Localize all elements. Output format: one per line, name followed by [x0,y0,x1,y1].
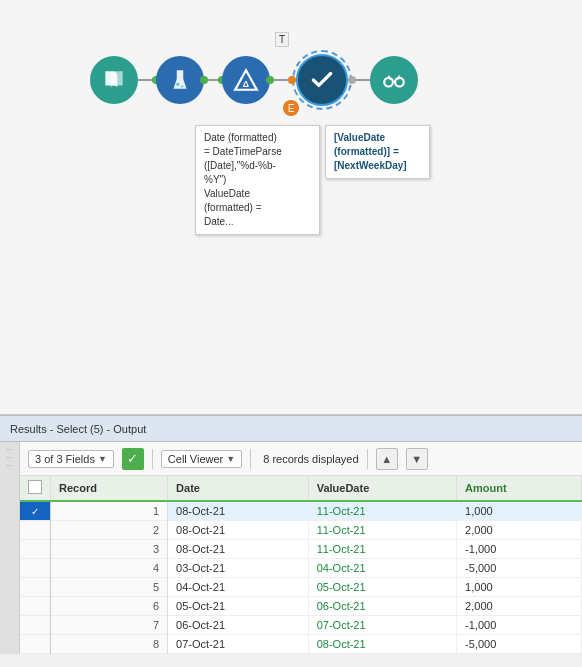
row-selector[interactable] [20,540,51,559]
cell-amount: -5,000 [457,635,582,654]
th-valuedate: ValueDate [308,476,456,501]
node-book[interactable] [90,56,138,104]
table-row[interactable]: 504-Oct-2105-Oct-211,000 [20,578,582,597]
svg-point-4 [384,78,393,87]
results-panel: Results - Select (5) - Output ········· … [0,415,582,654]
connector-dot-2a [200,76,208,84]
confirm-button[interactable]: ✓ [122,448,144,470]
tooltip-left-text: Date (formatted)= DateTimeParse([Date],"… [204,132,282,227]
cell-date: 07-Oct-21 [168,635,309,654]
cell-record: 6 [51,597,168,616]
node-select-wrapper [292,50,370,110]
nav-down-button[interactable]: ▼ [406,448,428,470]
cell-record: 1 [51,501,168,521]
connector-2 [204,79,222,81]
viewer-dropdown-icon: ▼ [226,454,235,464]
node-browse[interactable] [370,56,418,104]
cell-date: 06-Oct-21 [168,616,309,635]
tooltip-formula-left: Date (formatted)= DateTimeParse([Date],"… [195,125,320,235]
results-header: Results - Select (5) - Output [0,416,582,442]
data-table: Record Date ValueDate Amount ✓108-Oct-21… [20,476,582,654]
toolbar-separator-1 [152,449,153,469]
nav-up-button[interactable]: ▲ [376,448,398,470]
svg-point-5 [395,78,404,87]
tooltip-formula-right: [ValueDate(formatted)] =[NextWeekDay] [325,125,430,179]
cell-record: 4 [51,559,168,578]
cell-valuedate: 11-Oct-21 [308,521,456,540]
connector-1 [138,79,156,81]
table-row[interactable]: 706-Oct-2107-Oct-21-1,000 [20,616,582,635]
connector-dot-4 [348,76,356,84]
cell-date: 08-Oct-21 [168,521,309,540]
row-selector[interactable] [20,521,51,540]
data-table-container: Record Date ValueDate Amount ✓108-Oct-21… [20,476,582,654]
node-flask-wrapper [156,56,222,104]
table-body: ✓108-Oct-2111-Oct-211,000208-Oct-2111-Oc… [20,501,582,654]
workflow-canvas: Δ T E [0,0,582,415]
svg-point-1 [181,85,183,87]
node-flask[interactable] [156,56,204,104]
cell-record: 3 [51,540,168,559]
th-amount: Amount [457,476,582,501]
cell-date: 08-Oct-21 [168,540,309,559]
table-row[interactable]: 605-Oct-2106-Oct-212,000 [20,597,582,616]
node-browse-wrapper [370,56,418,104]
cell-valuedate: 06-Oct-21 [308,597,456,616]
connector-4 [352,79,370,81]
cell-record: 5 [51,578,168,597]
table-header-row: Record Date ValueDate Amount [20,476,582,501]
table-row[interactable]: ✓108-Oct-2111-Oct-211,000 [20,501,582,521]
results-title: Results - Select (5) - Output [10,423,146,435]
table-row[interactable]: 308-Oct-2111-Oct-21-1,000 [20,540,582,559]
cell-date: 03-Oct-21 [168,559,309,578]
table-row[interactable]: 403-Oct-2104-Oct-21-5,000 [20,559,582,578]
results-body: ········· 3 of 3 Fields ▼ ✓ Cell Viewer … [0,442,582,654]
toolbar-separator-3 [367,449,368,469]
node-formula-label-t: T [275,32,289,47]
strip-decoration: ········· [6,446,13,470]
th-selector [20,476,51,501]
cell-valuedate: 05-Oct-21 [308,578,456,597]
cell-record: 2 [51,521,168,540]
results-toolbar: 3 of 3 Fields ▼ ✓ Cell Viewer ▼ 8 record… [20,442,582,476]
tooltip-right-text: [ValueDate(formatted)] =[NextWeekDay] [334,132,407,171]
left-strip: ········· [0,442,20,654]
cell-amount: -5,000 [457,559,582,578]
cell-valuedate: 08-Oct-21 [308,635,456,654]
cell-viewer-button[interactable]: Cell Viewer ▼ [161,450,242,468]
cell-amount: -1,000 [457,616,582,635]
row-selector[interactable] [20,616,51,635]
cell-record: 8 [51,635,168,654]
row-selector[interactable] [20,559,51,578]
node-formula-label-e: E [283,100,299,116]
row-selector[interactable] [20,635,51,654]
table-row[interactable]: 807-Oct-2108-Oct-21-5,000 [20,635,582,654]
table-row[interactable]: 208-Oct-2111-Oct-212,000 [20,521,582,540]
node-formula[interactable]: Δ [222,56,270,104]
svg-point-0 [176,83,179,86]
cell-amount: -1,000 [457,540,582,559]
connector-dot-3a [266,76,274,84]
connector-dot-3b [288,76,296,84]
cell-amount: 1,000 [457,578,582,597]
results-content: 3 of 3 Fields ▼ ✓ Cell Viewer ▼ 8 record… [20,442,582,654]
fields-dropdown-icon: ▼ [98,454,107,464]
row-selector[interactable] [20,578,51,597]
row-selector[interactable] [20,597,51,616]
cell-valuedate: 04-Oct-21 [308,559,456,578]
cell-record: 7 [51,616,168,635]
row-selector[interactable]: ✓ [20,501,51,521]
cell-valuedate: 11-Oct-21 [308,540,456,559]
select-all-checkbox[interactable] [28,480,42,494]
fields-button-label: 3 of 3 Fields [35,453,95,465]
node-formula-wrapper: Δ T E [222,56,292,104]
node-book-wrapper [90,56,156,104]
cell-date: 08-Oct-21 [168,501,309,521]
workflow-nodes: Δ T E [90,50,418,110]
fields-button[interactable]: 3 of 3 Fields ▼ [28,450,114,468]
cell-date: 04-Oct-21 [168,578,309,597]
th-record: Record [51,476,168,501]
cell-date: 05-Oct-21 [168,597,309,616]
node-select[interactable] [296,54,348,106]
cell-viewer-label: Cell Viewer [168,453,223,465]
